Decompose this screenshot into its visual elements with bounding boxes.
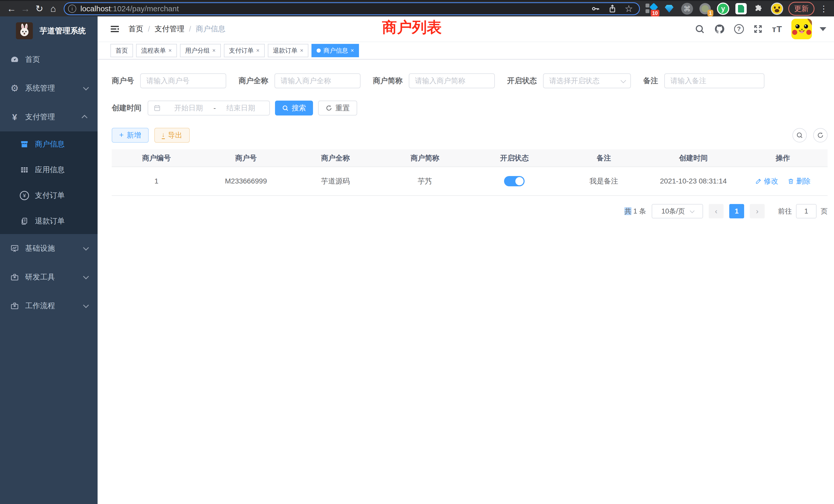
page-number-1[interactable]: 1 (729, 204, 744, 219)
grid-table-icon (19, 165, 30, 174)
sidebar-item-app-info[interactable]: 应用信息 (0, 157, 97, 183)
profile-emoji-icon[interactable] (771, 3, 783, 15)
date-start-placeholder[interactable]: 开始日期 (165, 103, 212, 113)
tab-refund-order[interactable]: 退款订单 (268, 44, 309, 57)
search-button[interactable]: 搜索 (275, 100, 313, 115)
extension-y-icon[interactable]: y (717, 3, 729, 15)
avatar[interactable] (791, 19, 812, 39)
browser-forward-icon[interactable]: → (19, 2, 32, 16)
chevron-down-icon (83, 245, 89, 251)
top-navbar: 首页 支付管理 商户信息 (97, 17, 834, 42)
tab-merchant-info[interactable]: 商户信息 (311, 44, 359, 57)
page-size-select[interactable]: 10条/页 (652, 204, 703, 219)
extension-doc-icon[interactable] (735, 3, 747, 15)
field-label: 商户号 (112, 76, 134, 86)
share-icon[interactable] (608, 4, 617, 13)
breadcrumb-pay[interactable]: 支付管理 (155, 24, 184, 34)
merchant-name-input[interactable] (275, 73, 360, 88)
tab-user-group[interactable]: 用户分组 (180, 44, 221, 57)
next-page-button[interactable]: › (750, 204, 765, 219)
goto-page-input[interactable] (796, 204, 816, 219)
extension-gem-icon[interactable] (663, 3, 675, 15)
sidebar-item-refund-order[interactable]: 退款订单 (0, 208, 97, 234)
breadcrumb-home[interactable]: 首页 (128, 24, 143, 34)
filter-create-time: 创建时间 开始日期 - 结束日期 (112, 100, 270, 115)
search-icon[interactable] (695, 24, 705, 34)
filter-row-2: 创建时间 开始日期 - 结束日期 搜索 重置 (112, 100, 828, 115)
key-icon[interactable] (591, 4, 600, 13)
monitor-chart-icon (9, 244, 21, 253)
sidebar-item-merchant-info[interactable]: 商户信息 (0, 131, 97, 157)
status-toggle[interactable] (504, 176, 525, 186)
cell-full-name: 芋道源码 (291, 167, 380, 196)
sidebar-item-label: 应用信息 (35, 165, 87, 175)
prev-page-button[interactable]: ‹ (709, 204, 724, 219)
tab-close-icon[interactable] (300, 47, 304, 54)
merchant-short-input[interactable] (409, 73, 495, 88)
filter-row-1: 商户号 商户全称 商户简称 开启状态 (112, 73, 828, 88)
tab-close-icon[interactable] (212, 47, 216, 54)
sidebar-item-label: 基础设施 (25, 243, 83, 254)
extension-pinned-icon[interactable]: 10 (645, 3, 657, 15)
sidebar-item-infra[interactable]: 基础设施 (0, 234, 97, 263)
goto-page-group: 前往 页 (778, 204, 828, 219)
extension-badge: 10 (651, 10, 659, 17)
status-select[interactable] (543, 73, 631, 88)
site-info-icon[interactable] (68, 5, 76, 13)
bookmark-star-icon[interactable]: ☆ (625, 4, 633, 13)
extension-command-icon[interactable]: ⌘ (681, 3, 693, 15)
font-size-icon[interactable] (772, 24, 782, 34)
sidebar-collapse-icon[interactable] (109, 24, 120, 35)
sidebar-logo-row[interactable]: 芋道管理系统 (0, 17, 97, 45)
extension-tasks-icon[interactable]: 1 (699, 3, 711, 15)
sidebar-item-label: 工作流程 (25, 301, 83, 311)
sidebar-item-system[interactable]: ⚙ 系统管理 (0, 74, 97, 102)
edit-link[interactable]: 修改 (755, 176, 778, 186)
date-range-picker[interactable]: 开始日期 - 结束日期 (148, 100, 270, 115)
reset-button[interactable]: 重置 (318, 100, 357, 115)
fullscreen-icon[interactable] (753, 24, 763, 34)
chrome-update-button[interactable]: 更新 (788, 2, 814, 16)
store-icon (19, 140, 30, 148)
field-label: 创建时间 (112, 103, 141, 113)
table-row: 1 M233666999 芋道源码 芋艿 我是备注 2021-10-23 08:… (112, 167, 828, 196)
sidebar-item-label: 支付管理 (25, 112, 83, 122)
sidebar-item-pay-order[interactable]: 支付订单 (0, 183, 97, 208)
col-header-remark: 备注 (559, 150, 649, 167)
tab-close-icon[interactable] (169, 47, 172, 54)
add-button[interactable]: 新增 (112, 128, 149, 143)
avatar-dropdown-caret-icon[interactable] (820, 27, 826, 31)
sidebar-item-pay[interactable]: ¥ 支付管理 (0, 102, 97, 131)
extensions-puzzle-icon[interactable] (753, 3, 765, 15)
remark-input[interactable] (664, 73, 764, 88)
tab-process-form[interactable]: 流程表单 (136, 44, 177, 57)
delete-link[interactable]: 删除 (788, 176, 811, 186)
total-count: 共 1 条 (624, 207, 646, 216)
tab-close-icon[interactable] (256, 47, 260, 54)
sidebar-item-workflow[interactable]: 工作流程 (0, 292, 97, 320)
address-bar[interactable]: localhost:1024/pay/merchant ☆ (64, 2, 640, 15)
sidebar-item-label: 首页 (25, 54, 87, 65)
url-path: :1024/pay/merchant (111, 4, 179, 13)
breadcrumb: 首页 支付管理 商户信息 (128, 24, 225, 34)
refresh-table-button[interactable] (813, 128, 828, 142)
toggle-search-button[interactable] (792, 128, 807, 142)
help-icon[interactable] (734, 24, 744, 34)
sidebar-item-dev-tools[interactable]: 研发工具 (0, 263, 97, 292)
export-button[interactable]: 导出 (154, 128, 190, 143)
tab-home[interactable]: 首页 (110, 44, 133, 57)
tab-pay-order[interactable]: 支付订单 (224, 44, 265, 57)
cell-id: 1 (112, 167, 201, 196)
merchant-no-input[interactable] (140, 73, 226, 88)
url-text[interactable]: localhost:1024/pay/merchant (80, 4, 179, 13)
date-end-placeholder[interactable]: 结束日期 (218, 103, 264, 113)
browser-home-icon[interactable]: ⌂ (46, 2, 60, 16)
tab-close-icon[interactable] (351, 47, 354, 54)
sidebar-item-label: 商户信息 (35, 139, 87, 150)
browser-menu-icon[interactable]: ⋮ (817, 4, 830, 14)
browser-back-icon[interactable]: ← (5, 2, 19, 16)
sidebar-item-home[interactable]: 首页 (0, 45, 97, 74)
github-icon[interactable] (714, 24, 725, 35)
browser-reload-icon[interactable]: ↻ (32, 2, 46, 16)
active-tab-dot (316, 48, 321, 53)
